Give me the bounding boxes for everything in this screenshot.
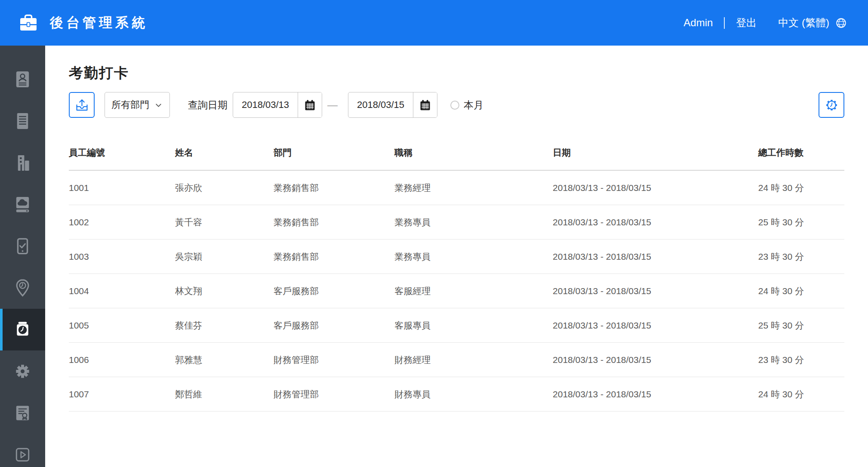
settings-gear-icon [12, 361, 33, 381]
column-header-title: 職稱 [394, 140, 553, 170]
certificate-icon [12, 403, 33, 423]
cell-hours: 24 時 30 分 [758, 377, 844, 412]
sidebar-item-settings-gear[interactable] [0, 350, 45, 392]
page-title: 考勤打卡 [69, 64, 844, 83]
main-content: 考勤打卡 所有部門 查詢日期 [45, 46, 868, 467]
cell-date: 2018/03/13 - 2018/03/15 [553, 343, 758, 377]
cell-name: 蔡佳芬 [175, 308, 274, 343]
cell-title: 業務經理 [394, 170, 553, 205]
column-header-department: 部門 [274, 140, 394, 170]
cell-department: 客戶服務部 [274, 274, 394, 308]
calendar-icon [303, 98, 317, 112]
app-root: 後台管理系統 Admin 登出 中文 (繁體) 考勤打卡 [0, 0, 868, 467]
cell-employee-id: 1005 [69, 308, 175, 343]
cell-name: 鄭哲維 [175, 377, 274, 412]
sidebar-nav [0, 46, 45, 467]
cell-department: 業務銷售部 [274, 205, 394, 240]
sidebar-item-building[interactable] [0, 142, 45, 184]
department-select-value: 所有部門 [111, 98, 149, 111]
sidebar-item-location-clock[interactable] [0, 267, 45, 309]
cell-name: 張亦欣 [175, 170, 274, 205]
cell-title: 財務經理 [394, 343, 553, 377]
date-from-group [233, 92, 322, 118]
cell-title: 業務專員 [394, 240, 553, 274]
date-from-input[interactable] [233, 92, 298, 117]
cell-hours: 25 時 30 分 [758, 205, 844, 240]
column-header-name: 姓名 [175, 140, 274, 170]
table-row: 1004林文翔客戶服務部客服經理2018/03/13 - 2018/03/152… [69, 274, 844, 308]
cell-title: 客服專員 [394, 308, 553, 343]
cell-date: 2018/03/13 - 2018/03/15 [553, 308, 758, 343]
column-header-date: 日期 [553, 140, 758, 170]
storage-icon [12, 194, 33, 215]
cell-employee-id: 1001 [69, 170, 175, 205]
cell-date: 2018/03/13 - 2018/03/15 [553, 240, 758, 274]
cell-date: 2018/03/13 - 2018/03/15 [553, 205, 758, 240]
cell-employee-id: 1002 [69, 205, 175, 240]
app-title: 後台管理系統 [50, 14, 148, 32]
location-clock-icon [12, 278, 33, 298]
date-to-input[interactable] [348, 92, 413, 117]
document-icon [12, 111, 33, 131]
cell-employee-id: 1006 [69, 343, 175, 377]
cell-hours: 23 時 30 分 [758, 343, 844, 377]
play-icon [12, 445, 33, 465]
cell-employee-id: 1004 [69, 274, 175, 308]
cell-department: 業務銷售部 [274, 240, 394, 274]
export-icon [74, 97, 90, 113]
logout-link[interactable]: 登出 [736, 16, 757, 30]
cell-department: 客戶服務部 [274, 308, 394, 343]
cell-hours: 24 時 30 分 [758, 274, 844, 308]
briefcase-logo-icon [18, 12, 39, 33]
time-settings-button[interactable] [819, 92, 844, 118]
date-query-label: 查詢日期 [188, 98, 228, 112]
cell-name: 林文翔 [175, 274, 274, 308]
header-actions: Admin 登出 中文 (繁體) [683, 16, 847, 30]
date-to-calendar-button[interactable] [413, 92, 437, 117]
cell-department: 業務銷售部 [274, 170, 394, 205]
building-icon [12, 153, 33, 173]
globe-icon [829, 17, 847, 29]
export-button[interactable] [69, 92, 95, 118]
language-selector[interactable]: 中文 (繁體) [778, 16, 847, 30]
sidebar-item-tablet-check[interactable] [0, 225, 45, 267]
tablet-check-icon [12, 236, 33, 256]
sidebar-item-play[interactable] [0, 434, 45, 467]
cell-date: 2018/03/13 - 2018/03/15 [553, 274, 758, 308]
cell-title: 業務專員 [394, 205, 553, 240]
department-select[interactable]: 所有部門 [105, 92, 170, 118]
filter-toolbar: 所有部門 查詢日期 [69, 92, 844, 118]
chevron-down-icon [154, 101, 163, 110]
attendance-table: 員工編號 姓名 部門 職稱 日期 總工作時數 1001張亦欣業務銷售部業務經理2… [69, 140, 844, 412]
cell-title: 客服經理 [394, 274, 553, 308]
cell-name: 黃千容 [175, 205, 274, 240]
employee-card-icon [12, 69, 33, 89]
cell-hours: 25 時 30 分 [758, 308, 844, 343]
date-range-separator: — [327, 99, 338, 111]
cell-date: 2018/03/13 - 2018/03/15 [553, 170, 758, 205]
sidebar-item-certificate[interactable] [0, 392, 45, 434]
cell-name: 郭雅慧 [175, 343, 274, 377]
language-label: 中文 (繁體) [778, 16, 829, 30]
date-from-calendar-button[interactable] [298, 92, 322, 117]
cell-title: 財務專員 [394, 377, 553, 412]
cell-department: 財務管理部 [274, 377, 394, 412]
table-row: 1003吳宗穎業務銷售部業務專員2018/03/13 - 2018/03/152… [69, 240, 844, 274]
table-row: 1006郭雅慧財務管理部財務經理2018/03/13 - 2018/03/152… [69, 343, 844, 377]
calendar-icon [419, 98, 432, 112]
sidebar-item-employee-card[interactable] [0, 58, 45, 100]
this-month-radio[interactable] [450, 101, 459, 110]
cell-hours: 24 時 30 分 [758, 170, 844, 205]
sidebar-item-punch-clock[interactable] [0, 309, 45, 350]
sidebar-item-storage[interactable] [0, 184, 45, 225]
top-header: 後台管理系統 Admin 登出 中文 (繁體) [0, 0, 868, 46]
admin-user-link[interactable]: Admin [683, 17, 713, 29]
table-row: 1005蔡佳芬客戶服務部客服專員2018/03/13 - 2018/03/152… [69, 308, 844, 343]
table-row: 1007鄭哲維財務管理部財務專員2018/03/13 - 2018/03/152… [69, 377, 844, 412]
cell-employee-id: 1003 [69, 240, 175, 274]
cell-hours: 23 時 30 分 [758, 240, 844, 274]
this-month-radio-label: 本月 [464, 98, 483, 112]
cell-employee-id: 1007 [69, 377, 175, 412]
header-row: 員工編號 姓名 部門 職稱 日期 總工作時數 [69, 140, 844, 170]
sidebar-item-document[interactable] [0, 100, 45, 142]
